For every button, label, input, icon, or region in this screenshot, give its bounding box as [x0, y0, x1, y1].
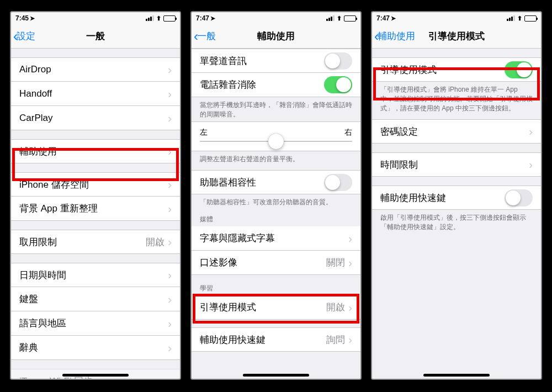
page-title: 引導使用模式 — [428, 30, 485, 43]
footer-guided-access: 「引導使用模式」會將 iPhone 維持在單一 App 中，並讓您控制可用的功能… — [372, 82, 541, 115]
location-icon: ➤ — [210, 15, 215, 22]
row-guided-access-main[interactable]: 引導使用模式 — [372, 57, 541, 82]
row-label: 字幕與隱藏式字幕 — [200, 232, 348, 245]
row-value: 開啟 — [146, 236, 164, 248]
status-bar: 7:47 ➤ ⬆︎ — [192, 12, 360, 24]
switch-mono-audio[interactable] — [324, 52, 352, 70]
back-button[interactable]: ‹ 設定 — [13, 24, 35, 48]
switch-hearing-aid[interactable] — [324, 174, 352, 191]
home-indicator[interactable] — [243, 374, 309, 377]
switch-accessibility-shortcut[interactable] — [505, 189, 533, 206]
balance-slider[interactable] — [200, 141, 352, 142]
header-learning: 學習 — [192, 280, 360, 295]
row-accessibility-shortcut[interactable]: 輔助使用快速鍵 — [372, 186, 541, 210]
row-background-refresh[interactable]: 背景 App 重新整理 › — [11, 197, 180, 221]
switch-guided-access[interactable] — [505, 61, 533, 78]
header-media: 媒體 — [192, 211, 360, 226]
row-label: 時間限制 — [380, 158, 529, 171]
screen-accessibility: 7:47 ➤ ⬆︎ ‹ 一般 輔助使用 單聲道音訊 電話雜音消除 當您將手機放到… — [190, 11, 362, 380]
row-label: 語言與地區 — [19, 317, 168, 330]
screen-general: 7:45 ➤ ⬆︎ ‹ 設定 一般 AirDrop › Handoff › Ca — [10, 11, 181, 380]
chevron-right-icon: › — [168, 236, 172, 247]
screen-guided-access: 7:47 ➤ ⬆︎ ‹ 輔助使用 引導使用模式 引導使用模式 「引導使用模式」會… — [371, 11, 542, 380]
status-bar: 7:45 ➤ ⬆︎ — [11, 12, 180, 24]
row-value: 開啟 — [326, 301, 345, 314]
row-carplay[interactable]: CarPlay › — [11, 106, 180, 130]
row-phone-noise-cancel[interactable]: 電話雜音消除 — [192, 73, 360, 97]
chevron-right-icon: › — [168, 294, 172, 305]
chevron-right-icon: › — [168, 342, 172, 353]
nav-bar: ‹ 輔助使用 引導使用模式 — [372, 24, 541, 49]
row-label: 電話雜音消除 — [200, 78, 324, 91]
footer-hearing: 「助聽器相容性」可改進部分助聽器的音質。 — [192, 194, 360, 209]
signal-icon — [326, 15, 335, 21]
row-dictionary[interactable]: 辭典 › — [11, 336, 180, 360]
home-indicator[interactable] — [62, 374, 129, 377]
chevron-right-icon: › — [529, 126, 533, 137]
row-label: 輔助使用快速鍵 — [200, 333, 326, 346]
row-hearing-aid[interactable]: 助聽器相容性 — [192, 170, 360, 194]
row-airdrop[interactable]: AirDrop › — [11, 57, 180, 82]
footer-shortcut: 啟用「引導使用模式」後，按三下側邊按鈕會顯示「輔助使用快速鍵」設定。 — [372, 210, 541, 234]
settings-list[interactable]: 引導使用模式 「引導使用模式」會將 iPhone 維持在單一 App 中，並讓您… — [372, 49, 541, 379]
wifi-icon: ⬆︎ — [517, 15, 522, 22]
row-label: 助聽器相容性 — [200, 176, 324, 189]
row-label: 單聲道音訊 — [200, 55, 324, 67]
chevron-right-icon: › — [168, 88, 172, 99]
row-handoff[interactable]: Handoff › — [11, 82, 180, 106]
balance-right-label: 右 — [344, 128, 352, 137]
chevron-right-icon: › — [348, 233, 352, 244]
wifi-icon: ⬆︎ — [337, 15, 342, 22]
row-accessibility[interactable]: 輔助使用 › — [11, 139, 180, 163]
row-label: 密碼設定 — [380, 125, 529, 138]
status-bar: 7:47 ➤ ⬆︎ — [372, 12, 541, 24]
row-label: CarPlay — [19, 113, 168, 124]
row-label: 引導使用模式 — [200, 301, 326, 314]
home-indicator[interactable] — [423, 374, 490, 377]
location-icon: ➤ — [391, 15, 396, 22]
chevron-right-icon: › — [168, 318, 172, 329]
wifi-icon: ⬆︎ — [156, 15, 161, 22]
row-time-limits[interactable]: 時間限制 › — [372, 152, 541, 177]
row-mono-audio[interactable]: 單聲道音訊 — [192, 49, 360, 73]
row-language-region[interactable]: 語言與地區 › — [11, 311, 180, 336]
nav-bar: ‹ 一般 輔助使用 — [192, 24, 360, 49]
slider-knob[interactable] — [268, 134, 284, 149]
row-date-time[interactable]: 日期與時間 › — [11, 263, 180, 287]
row-iphone-storage[interactable]: iPhone 儲存空間 › — [11, 172, 180, 197]
back-button[interactable]: ‹ 輔助使用 — [374, 24, 415, 48]
row-label: 輔助使用 — [19, 145, 168, 158]
settings-list[interactable]: AirDrop › Handoff › CarPlay › 輔助使用 › iPh… — [11, 49, 180, 379]
chevron-right-icon: › — [348, 302, 352, 313]
row-label: 鍵盤 — [19, 293, 168, 305]
signal-icon — [507, 15, 515, 21]
balance-left-label: 左 — [200, 128, 208, 137]
page-title: 輔助使用 — [257, 30, 295, 43]
row-passcode-settings[interactable]: 密碼設定 › — [372, 119, 541, 144]
battery-icon — [163, 15, 176, 22]
row-value: 詢問 — [326, 333, 345, 346]
chevron-right-icon: › — [168, 179, 172, 190]
row-label: 日期與時間 — [19, 269, 168, 282]
row-label: 辭典 — [19, 341, 168, 354]
row-captions[interactable]: 字幕與隱藏式字幕 › — [192, 226, 360, 251]
chevron-right-icon: › — [168, 203, 172, 214]
status-time: 7:45 — [15, 14, 29, 22]
switch-noise-cancel[interactable] — [324, 76, 352, 93]
row-label: 背景 App 重新整理 — [19, 202, 168, 215]
status-time: 7:47 — [376, 14, 390, 22]
battery-icon — [344, 15, 356, 22]
back-button[interactable]: ‹ 一般 — [194, 24, 216, 48]
settings-list[interactable]: 單聲道音訊 電話雜音消除 當您將手機放到耳邊時，「雜音消除」會降低通話時的周圍噪… — [192, 49, 360, 379]
row-accessibility-shortcut[interactable]: 輔助使用快速鍵 詢問 › — [192, 327, 360, 352]
chevron-right-icon: › — [348, 334, 352, 345]
row-label: 口述影像 — [200, 256, 326, 269]
row-label: 取用限制 — [19, 236, 146, 248]
back-label: 一般 — [197, 30, 216, 43]
row-keyboard[interactable]: 鍵盤 › — [11, 287, 180, 311]
row-restrictions[interactable]: 取用限制 開啟 › — [11, 230, 180, 254]
nav-bar: ‹ 設定 一般 — [11, 24, 180, 49]
row-audio-description[interactable]: 口述影像 關閉 › — [192, 251, 360, 275]
row-value: 關閉 — [326, 256, 345, 269]
row-guided-access[interactable]: 引導使用模式 開啟 › — [192, 295, 360, 320]
